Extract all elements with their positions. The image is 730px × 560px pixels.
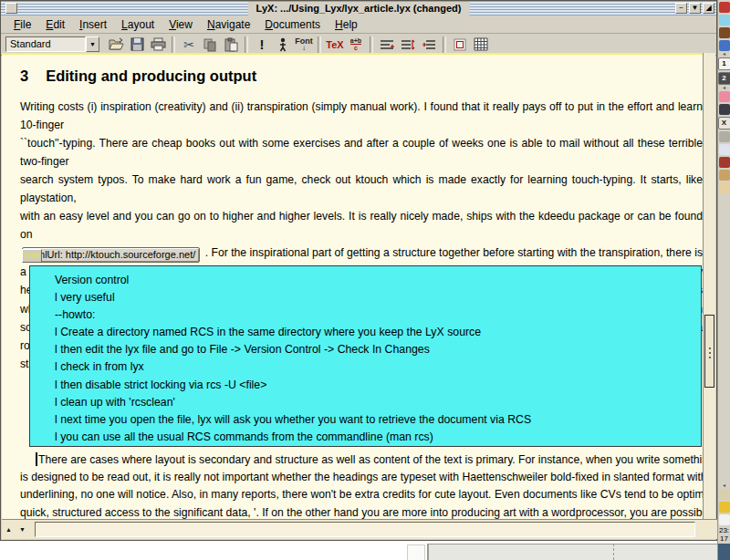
paragraph-style-combo[interactable]: Standard ▼ bbox=[5, 36, 99, 52]
app-icon-file[interactable] bbox=[719, 489, 730, 500]
kde-panel: ◂12◂X◂23:17 bbox=[717, 0, 730, 560]
note-box[interactable]: Version controll very useful--howto:l Cr… bbox=[29, 265, 702, 447]
panel-handle-arrow[interactable]: ◂ bbox=[723, 483, 725, 488]
tex-mode-button[interactable]: TeX bbox=[325, 35, 345, 54]
emphasize-icon: ! bbox=[260, 36, 265, 52]
paragraph-style-value[interactable]: Standard bbox=[5, 36, 86, 52]
font-icon: Font ↓ bbox=[295, 37, 313, 52]
inset-htmlurl[interactable]: HtmlUrl: http://ktouch.sourceforge.net/ bbox=[22, 247, 200, 263]
background-window-fragment bbox=[427, 544, 718, 560]
note-line: --howto: bbox=[55, 306, 701, 324]
pager-desktop-1[interactable]: 1 bbox=[718, 57, 730, 70]
menu-layout[interactable]: Layout bbox=[114, 17, 162, 32]
insert-table-button[interactable] bbox=[471, 35, 491, 54]
menu-view[interactable]: View bbox=[162, 17, 200, 32]
app-icon-dark[interactable] bbox=[719, 104, 730, 115]
menu-navigate[interactable]: Navigate bbox=[200, 17, 257, 32]
section-title: Editing and producing output bbox=[46, 67, 256, 84]
table-grid-icon bbox=[474, 37, 488, 51]
note-line: l you can use all the usual RCS commands… bbox=[55, 429, 701, 446]
app-icon-gem[interactable] bbox=[719, 15, 730, 26]
title-bar[interactable]: LyX: .../Using_Lyx/lyx_article.lyx (chan… bbox=[1, 1, 716, 16]
app-icon-brown[interactable] bbox=[719, 27, 730, 38]
person-icon bbox=[278, 37, 287, 52]
toolbar-separator bbox=[318, 36, 321, 53]
clock-date: 17 bbox=[720, 534, 728, 543]
toolbar-separator bbox=[172, 36, 175, 53]
indent-lines-icon bbox=[422, 38, 436, 51]
text-line: search system typos. To make hard work a… bbox=[20, 171, 703, 207]
app-icon-x[interactable]: X bbox=[718, 117, 730, 130]
note-line: l clean up with 'rcsclean' bbox=[55, 394, 701, 411]
window-title: LyX: .../Using_Lyx/lyx_article.lyx (chan… bbox=[248, 2, 470, 16]
math-fraction-icon: a+b c bbox=[350, 37, 361, 51]
app-icon-person[interactable] bbox=[719, 182, 730, 193]
floppy-disk-icon bbox=[130, 37, 144, 51]
print-button[interactable] bbox=[148, 35, 168, 54]
depth-increment-button[interactable] bbox=[398, 35, 418, 54]
menu-edit[interactable]: Edit bbox=[38, 17, 72, 32]
insert-figure-button[interactable] bbox=[450, 35, 470, 54]
text-cursor bbox=[36, 452, 37, 466]
note-line: Version control bbox=[55, 272, 701, 289]
app-icon-globe[interactable] bbox=[719, 40, 730, 51]
scrollbar-thumb[interactable] bbox=[704, 315, 714, 388]
close-button[interactable]: ◢ bbox=[703, 3, 714, 14]
depth-decrement-button[interactable] bbox=[377, 35, 397, 54]
toolbar-separator bbox=[245, 36, 248, 53]
app-icon-redbrown[interactable] bbox=[719, 157, 730, 168]
minibuffer-bar: ▲ ▼ bbox=[2, 519, 717, 539]
app-icon-heart[interactable] bbox=[719, 91, 730, 102]
note-line: l very useful bbox=[55, 289, 701, 306]
app-icon-tan[interactable] bbox=[719, 170, 730, 181]
section-heading: 3Editing and producing output bbox=[20, 67, 256, 85]
panel-handle-arrow[interactable]: ◂ bbox=[723, 52, 725, 57]
note-inset-button[interactable]: note bbox=[22, 249, 42, 263]
minibuffer-up-button[interactable]: ▲ bbox=[2, 523, 16, 536]
minibuffer-input[interactable] bbox=[35, 522, 695, 537]
tex-icon: TeX bbox=[326, 39, 343, 50]
noun-button[interactable] bbox=[273, 35, 293, 54]
emphasize-button[interactable]: ! bbox=[252, 35, 272, 54]
app-icon-red[interactable] bbox=[719, 2, 730, 13]
window-menu-button[interactable] bbox=[5, 3, 17, 14]
panel-handle-arrow[interactable]: ◂ bbox=[723, 86, 725, 90]
paste-clipboard-icon bbox=[224, 37, 238, 52]
combo-dropdown-arrow[interactable]: ▼ bbox=[86, 36, 99, 52]
section-number: 3 bbox=[20, 67, 28, 84]
app-icon-window[interactable] bbox=[719, 144, 730, 155]
text-line: underlining, no one will notice. Also, i… bbox=[20, 486, 703, 503]
document-canvas[interactable]: 3Editing and producing output Writing co… bbox=[2, 53, 704, 521]
change-depth-button[interactable] bbox=[419, 35, 439, 54]
save-button[interactable] bbox=[127, 35, 147, 54]
menu-documents[interactable]: Documents bbox=[257, 17, 328, 32]
note-line: l then edit the lyx file and go to File … bbox=[55, 341, 701, 358]
maximize-button[interactable]: ▼ bbox=[689, 3, 701, 14]
math-mode-button[interactable]: a+b c bbox=[346, 35, 366, 54]
app-icon-clock[interactable] bbox=[719, 514, 730, 525]
font-button[interactable]: Font ↓ bbox=[294, 35, 314, 54]
menu-bar: FileEditInsertLayoutViewNavigateDocument… bbox=[1, 16, 716, 34]
list-lines-icon bbox=[380, 38, 394, 51]
panel-taskbar-item[interactable] bbox=[718, 544, 730, 560]
desktop: { "window": { "title": "LyX: .../Using_L… bbox=[0, 0, 730, 560]
menu-help[interactable]: Help bbox=[328, 17, 365, 32]
menu-insert[interactable]: Insert bbox=[72, 17, 114, 32]
copy-button[interactable] bbox=[200, 35, 220, 54]
app-icon-folder[interactable] bbox=[719, 502, 730, 513]
minibuffer-down-button[interactable]: ▼ bbox=[16, 523, 29, 536]
app-icon-gray[interactable] bbox=[719, 131, 730, 142]
background-window-fragment bbox=[407, 544, 425, 560]
menu-file[interactable]: File bbox=[6, 17, 38, 32]
cut-button[interactable]: ✂ bbox=[179, 35, 199, 54]
toolbar-separator bbox=[443, 36, 446, 53]
open-button[interactable] bbox=[106, 35, 126, 54]
list-lines-arrows-icon bbox=[401, 38, 415, 51]
text-line: is designed to be read out, it is really… bbox=[20, 469, 703, 486]
copy-icon bbox=[203, 37, 217, 52]
paragraph-2: There are cases where layout is secondar… bbox=[20, 451, 703, 521]
pager-desktop-2[interactable]: 2 bbox=[718, 72, 730, 85]
vertical-scrollbar[interactable] bbox=[703, 53, 715, 521]
paste-button[interactable] bbox=[221, 35, 241, 54]
minimize-button[interactable]: − bbox=[675, 3, 687, 14]
